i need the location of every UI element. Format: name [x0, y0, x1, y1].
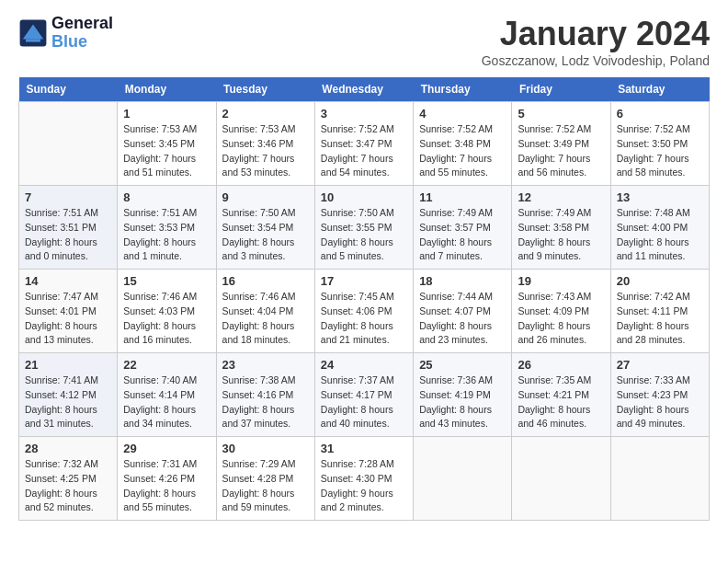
calendar-week-row: 21Sunrise: 7:41 AMSunset: 4:12 PMDayligh…: [19, 353, 710, 437]
day-number: 25: [419, 358, 506, 372]
day-info: Sunrise: 7:43 AMSunset: 4:09 PMDaylight:…: [518, 290, 604, 348]
col-thursday: Thursday: [414, 77, 512, 102]
day-number: 11: [419, 190, 506, 204]
day-info: Sunrise: 7:37 AMSunset: 4:17 PMDaylight:…: [321, 373, 407, 431]
day-info: Sunrise: 7:52 AMSunset: 3:47 PMDaylight:…: [321, 122, 407, 180]
day-info: Sunrise: 7:40 AMSunset: 4:14 PMDaylight:…: [123, 373, 210, 431]
day-number: 31: [321, 442, 407, 455]
day-number: 5: [518, 107, 604, 121]
day-info: Sunrise: 7:49 AMSunset: 3:58 PMDaylight:…: [518, 206, 604, 264]
day-number: 19: [518, 274, 604, 288]
table-row: 5Sunrise: 7:52 AMSunset: 3:49 PMDaylight…: [512, 102, 610, 186]
table-row: 12Sunrise: 7:49 AMSunset: 3:58 PMDayligh…: [512, 186, 610, 270]
day-number: 7: [25, 190, 111, 204]
calendar-week-row: 14Sunrise: 7:47 AMSunset: 4:01 PMDayligh…: [19, 270, 710, 353]
day-number: 6: [617, 107, 703, 121]
day-number: 21: [25, 358, 111, 372]
table-row: 16Sunrise: 7:46 AMSunset: 4:04 PMDayligh…: [216, 270, 314, 353]
table-row: 7Sunrise: 7:51 AMSunset: 3:51 PMDaylight…: [19, 186, 118, 270]
day-info: Sunrise: 7:33 AMSunset: 4:23 PMDaylight:…: [617, 373, 703, 431]
calendar-table: Sunday Monday Tuesday Wednesday Thursday…: [18, 77, 710, 521]
table-row: 17Sunrise: 7:45 AMSunset: 4:06 PMDayligh…: [314, 270, 413, 353]
table-row: 28Sunrise: 7:32 AMSunset: 4:25 PMDayligh…: [19, 437, 118, 521]
col-sunday: Sunday: [19, 77, 118, 102]
table-row: 20Sunrise: 7:42 AMSunset: 4:11 PMDayligh…: [610, 270, 709, 353]
day-info: Sunrise: 7:53 AMSunset: 3:45 PMDaylight:…: [123, 122, 210, 180]
table-row: 4Sunrise: 7:52 AMSunset: 3:48 PMDaylight…: [414, 102, 512, 186]
day-number: 15: [123, 274, 210, 288]
col-friday: Friday: [512, 77, 610, 102]
table-row: 19Sunrise: 7:43 AMSunset: 4:09 PMDayligh…: [512, 270, 610, 353]
header: General Blue January 2024 Goszczanow, Lo…: [18, 15, 710, 68]
day-info: Sunrise: 7:52 AMSunset: 3:50 PMDaylight:…: [617, 122, 703, 180]
day-info: Sunrise: 7:49 AMSunset: 3:57 PMDaylight:…: [419, 206, 506, 264]
day-info: Sunrise: 7:46 AMSunset: 4:04 PMDaylight:…: [222, 290, 309, 348]
table-row: 31Sunrise: 7:28 AMSunset: 4:30 PMDayligh…: [314, 437, 413, 521]
day-number: 22: [123, 358, 210, 372]
table-row: 2Sunrise: 7:53 AMSunset: 3:46 PMDaylight…: [216, 102, 314, 186]
table-row: 23Sunrise: 7:38 AMSunset: 4:16 PMDayligh…: [216, 353, 314, 437]
day-info: Sunrise: 7:50 AMSunset: 3:55 PMDaylight:…: [321, 206, 407, 264]
day-number: 26: [518, 358, 604, 372]
day-number: 18: [419, 274, 506, 288]
day-info: Sunrise: 7:29 AMSunset: 4:28 PMDaylight:…: [222, 457, 309, 515]
day-number: 27: [617, 358, 703, 372]
table-row: 22Sunrise: 7:40 AMSunset: 4:14 PMDayligh…: [118, 353, 216, 437]
title-block: January 2024 Goszczanow, Lodz Voivodeshi…: [482, 15, 710, 68]
day-number: 16: [222, 274, 309, 288]
day-info: Sunrise: 7:31 AMSunset: 4:26 PMDaylight:…: [123, 457, 210, 515]
table-row: 13Sunrise: 7:48 AMSunset: 4:00 PMDayligh…: [610, 186, 709, 270]
table-row: 24Sunrise: 7:37 AMSunset: 4:17 PMDayligh…: [314, 353, 413, 437]
calendar-week-row: 7Sunrise: 7:51 AMSunset: 3:51 PMDaylight…: [19, 186, 710, 270]
table-row: 14Sunrise: 7:47 AMSunset: 4:01 PMDayligh…: [19, 270, 118, 353]
day-info: Sunrise: 7:48 AMSunset: 4:00 PMDaylight:…: [617, 206, 703, 264]
day-info: Sunrise: 7:38 AMSunset: 4:16 PMDaylight:…: [222, 373, 309, 431]
table-row: 15Sunrise: 7:46 AMSunset: 4:03 PMDayligh…: [118, 270, 216, 353]
day-info: Sunrise: 7:46 AMSunset: 4:03 PMDaylight:…: [123, 290, 210, 348]
table-row: 18Sunrise: 7:44 AMSunset: 4:07 PMDayligh…: [414, 270, 512, 353]
col-saturday: Saturday: [610, 77, 709, 102]
day-number: 20: [617, 274, 703, 288]
table-row: 9Sunrise: 7:50 AMSunset: 3:54 PMDaylight…: [216, 186, 314, 270]
day-number: 12: [518, 190, 604, 204]
day-info: Sunrise: 7:53 AMSunset: 3:46 PMDaylight:…: [222, 122, 309, 180]
svg-rect-2: [26, 39, 40, 41]
col-monday: Monday: [118, 77, 216, 102]
table-row: 10Sunrise: 7:50 AMSunset: 3:55 PMDayligh…: [314, 186, 413, 270]
day-number: 2: [222, 107, 309, 121]
day-info: Sunrise: 7:51 AMSunset: 3:53 PMDaylight:…: [123, 206, 210, 264]
logo-icon: [18, 18, 48, 48]
table-row: 3Sunrise: 7:52 AMSunset: 3:47 PMDaylight…: [314, 102, 413, 186]
table-row: [610, 437, 709, 521]
day-number: 17: [321, 274, 407, 288]
table-row: 30Sunrise: 7:29 AMSunset: 4:28 PMDayligh…: [216, 437, 314, 521]
day-number: 14: [25, 274, 111, 288]
day-number: 10: [321, 190, 407, 204]
table-row: 8Sunrise: 7:51 AMSunset: 3:53 PMDaylight…: [118, 186, 216, 270]
day-info: Sunrise: 7:51 AMSunset: 3:51 PMDaylight:…: [25, 206, 111, 264]
day-number: 9: [222, 190, 309, 204]
day-info: Sunrise: 7:44 AMSunset: 4:07 PMDaylight:…: [419, 290, 506, 348]
calendar-week-row: 28Sunrise: 7:32 AMSunset: 4:25 PMDayligh…: [19, 437, 710, 521]
day-number: 28: [25, 442, 111, 455]
day-info: Sunrise: 7:42 AMSunset: 4:11 PMDaylight:…: [617, 290, 703, 348]
day-info: Sunrise: 7:35 AMSunset: 4:21 PMDaylight:…: [518, 373, 604, 431]
day-info: Sunrise: 7:52 AMSunset: 3:48 PMDaylight:…: [419, 122, 506, 180]
day-info: Sunrise: 7:47 AMSunset: 4:01 PMDaylight:…: [25, 290, 111, 348]
day-info: Sunrise: 7:45 AMSunset: 4:06 PMDaylight:…: [321, 290, 407, 348]
table-row: 26Sunrise: 7:35 AMSunset: 4:21 PMDayligh…: [512, 353, 610, 437]
day-info: Sunrise: 7:28 AMSunset: 4:30 PMDaylight:…: [321, 457, 407, 515]
table-row: 25Sunrise: 7:36 AMSunset: 4:19 PMDayligh…: [414, 353, 512, 437]
col-tuesday: Tuesday: [216, 77, 314, 102]
logo: General Blue: [18, 15, 113, 52]
table-row: 6Sunrise: 7:52 AMSunset: 3:50 PMDaylight…: [610, 102, 709, 186]
day-info: Sunrise: 7:36 AMSunset: 4:19 PMDaylight:…: [419, 373, 506, 431]
day-info: Sunrise: 7:50 AMSunset: 3:54 PMDaylight:…: [222, 206, 309, 264]
table-row: [414, 437, 512, 521]
table-row: 11Sunrise: 7:49 AMSunset: 3:57 PMDayligh…: [414, 186, 512, 270]
table-row: 29Sunrise: 7:31 AMSunset: 4:26 PMDayligh…: [118, 437, 216, 521]
table-row: 21Sunrise: 7:41 AMSunset: 4:12 PMDayligh…: [19, 353, 118, 437]
calendar-subtitle: Goszczanow, Lodz Voivodeship, Poland: [482, 53, 710, 68]
day-number: 4: [419, 107, 506, 121]
day-number: 30: [222, 442, 309, 455]
